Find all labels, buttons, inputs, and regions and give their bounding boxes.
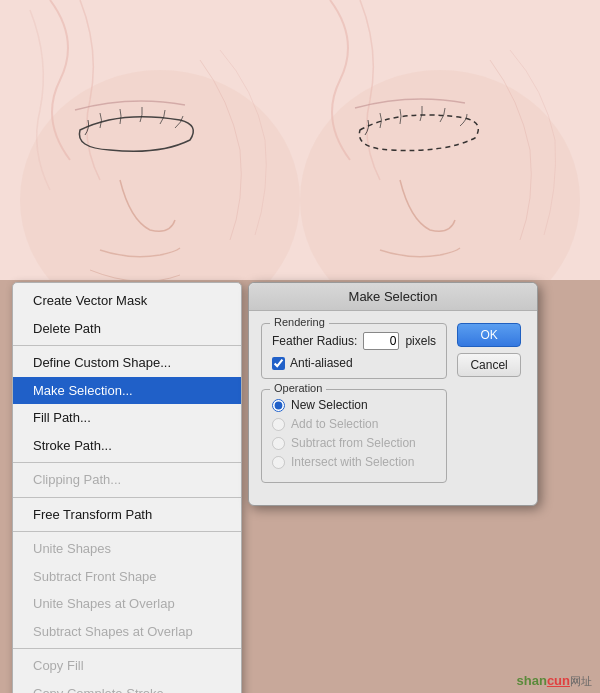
menu-item-unite-shapes-overlap: Unite Shapes at Overlap bbox=[13, 590, 241, 618]
dialog-title: Make Selection bbox=[249, 283, 537, 311]
menu-separator-4 bbox=[13, 531, 241, 532]
anti-aliased-row: Anti-aliased bbox=[272, 356, 436, 370]
intersect-with-selection-row: Intersect with Selection bbox=[272, 455, 436, 469]
menu-separator-3 bbox=[13, 497, 241, 498]
dialog-left-panel: Rendering Feather Radius: pixels Anti-al… bbox=[261, 323, 447, 493]
sketch-left bbox=[0, 0, 300, 280]
subtract-from-selection-label: Subtract from Selection bbox=[291, 436, 416, 450]
menu-item-unite-shapes: Unite Shapes bbox=[13, 535, 241, 563]
make-selection-dialog: Make Selection Rendering Feather Radius:… bbox=[248, 282, 538, 506]
menu-item-free-transform-path[interactable]: Free Transform Path bbox=[13, 501, 241, 529]
menu-item-copy-fill: Copy Fill bbox=[13, 652, 241, 680]
pixels-label: pixels bbox=[405, 334, 436, 348]
sketch-right bbox=[300, 0, 600, 280]
add-to-selection-label: Add to Selection bbox=[291, 417, 378, 431]
feather-radius-row: Feather Radius: pixels bbox=[272, 332, 436, 350]
watermark: shancun网址 bbox=[517, 673, 592, 689]
menu-separator-1 bbox=[13, 345, 241, 346]
intersect-with-selection-radio[interactable] bbox=[272, 456, 285, 469]
feather-radius-input[interactable] bbox=[363, 332, 399, 350]
watermark-text3: 网址 bbox=[570, 675, 592, 687]
anti-aliased-checkbox[interactable] bbox=[272, 357, 285, 370]
dialog-body: Rendering Feather Radius: pixels Anti-al… bbox=[249, 311, 537, 505]
rendering-group: Rendering Feather Radius: pixels Anti-al… bbox=[261, 323, 447, 379]
menu-item-subtract-front-shape: Subtract Front Shape bbox=[13, 563, 241, 591]
operation-group-label: Operation bbox=[270, 382, 326, 394]
menu-item-delete-path[interactable]: Delete Path bbox=[13, 315, 241, 343]
menu-separator-2 bbox=[13, 462, 241, 463]
dialog-right-panel: OK Cancel bbox=[457, 323, 525, 493]
operation-group: Operation New Selection Add to Selection… bbox=[261, 389, 447, 483]
new-selection-row: New Selection bbox=[272, 398, 436, 412]
add-to-selection-radio[interactable] bbox=[272, 418, 285, 431]
watermark-text1: shan bbox=[517, 673, 547, 688]
menu-item-make-selection[interactable]: Make Selection... bbox=[13, 377, 241, 405]
menu-item-stroke-path[interactable]: Stroke Path... bbox=[13, 432, 241, 460]
add-to-selection-row: Add to Selection bbox=[272, 417, 436, 431]
watermark-text2: cun bbox=[547, 673, 570, 688]
background-illustration bbox=[0, 0, 600, 280]
ok-button[interactable]: OK bbox=[457, 323, 521, 347]
anti-aliased-label: Anti-aliased bbox=[290, 356, 353, 370]
subtract-from-selection-radio[interactable] bbox=[272, 437, 285, 450]
menu-item-define-custom-shape[interactable]: Define Custom Shape... bbox=[13, 349, 241, 377]
context-menu: Create Vector Mask Delete Path Define Cu… bbox=[12, 282, 242, 693]
menu-item-create-vector-mask[interactable]: Create Vector Mask bbox=[13, 287, 241, 315]
menu-item-clipping-path: Clipping Path... bbox=[13, 466, 241, 494]
new-selection-label: New Selection bbox=[291, 398, 368, 412]
feather-radius-label: Feather Radius: bbox=[272, 334, 357, 348]
cancel-button[interactable]: Cancel bbox=[457, 353, 521, 377]
subtract-from-selection-row: Subtract from Selection bbox=[272, 436, 436, 450]
new-selection-radio[interactable] bbox=[272, 399, 285, 412]
intersect-with-selection-label: Intersect with Selection bbox=[291, 455, 414, 469]
rendering-group-label: Rendering bbox=[270, 316, 329, 328]
menu-item-copy-complete-stroke: Copy Complete Stroke bbox=[13, 680, 241, 694]
menu-item-fill-path[interactable]: Fill Path... bbox=[13, 404, 241, 432]
menu-item-subtract-shapes-overlap: Subtract Shapes at Overlap bbox=[13, 618, 241, 646]
menu-separator-5 bbox=[13, 648, 241, 649]
